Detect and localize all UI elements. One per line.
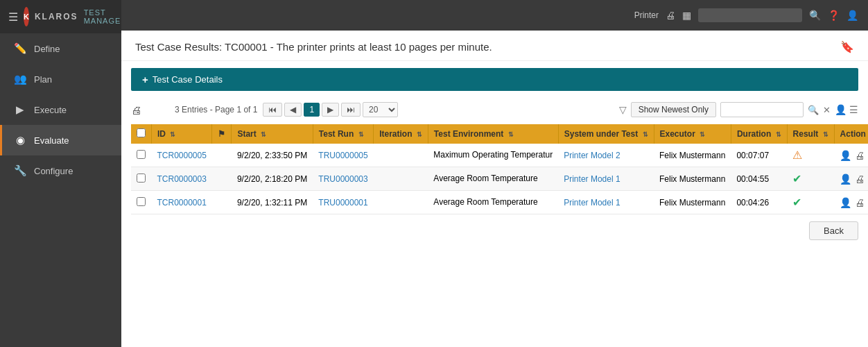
header-id[interactable]: ID ⇅ [152,124,212,144]
topbar: Printer 🖨 ▦ 🔍 ❓ 👤 [121,0,868,31]
row-result: ⚠ [787,144,834,167]
row-executor: Felix Mustermann [654,191,731,214]
header-duration[interactable]: Duration ⇅ [731,124,787,144]
user-action-icon[interactable]: 👤 [840,174,851,185]
header-iteration[interactable]: Iteration ⇅ [374,124,428,144]
id-link[interactable]: TCR0000003 [157,174,207,184]
row-system-under-test[interactable]: Printer Model 2 [558,144,654,167]
clear-search-icon[interactable]: ✕ [823,105,831,115]
row-flag [212,144,232,167]
row-checkbox-cell[interactable] [131,191,152,214]
row-action: 👤 🖨 🔍 [834,167,868,191]
sidebar-item-execute[interactable]: ▶ Execute [0,94,121,125]
user-action-icon[interactable]: 👤 [840,197,851,208]
logo-icon: K [24,7,29,26]
print-icon[interactable]: 🖨 [131,104,141,116]
print-action-icon[interactable]: 🖨 [855,150,865,161]
row-id[interactable]: TCR0000005 [152,144,212,167]
sidebar-item-plan[interactable]: 👥 Plan [0,64,121,94]
system-link[interactable]: Printer Model 2 [564,151,620,160]
filter-icon[interactable]: ▽ [619,104,627,115]
header-start[interactable]: Start ⇅ [232,124,313,144]
search-icon-small[interactable]: 🔍 [808,105,819,115]
print-action-icon[interactable]: 🖨 [855,197,865,208]
back-button[interactable]: Back [809,221,858,240]
back-area: Back [121,214,868,247]
row-id[interactable]: TCR0000001 [152,191,212,214]
row-test-run[interactable]: TRU0000001 [313,191,373,214]
table-search-input[interactable] [720,102,804,117]
table-header-row: ID ⇅ ⚑ Start ⇅ Test Run ⇅ Iteration ⇅ Te… [131,124,868,144]
sidebar-label-plan: Plan [34,74,52,85]
export-icons: 👤 ☰ [835,104,858,115]
row-id[interactable]: TCR0000003 [152,167,212,191]
row-result: ✔ [787,191,834,214]
sidebar-item-evaluate[interactable]: ◉ Evaluate [0,125,121,155]
header-result[interactable]: Result ⇅ [787,124,834,144]
row-checkbox[interactable] [137,150,146,159]
header-test-run[interactable]: Test Run ⇅ [313,124,373,144]
row-action: 👤 🖨 🔍 [834,191,868,214]
result-ok-icon: ✔ [792,173,801,185]
test-run-link[interactable]: TRU0000001 [318,198,367,208]
user-action-icon[interactable]: 👤 [840,150,851,161]
next-page-btn[interactable]: ▶ [322,103,339,117]
row-checkbox[interactable] [137,197,146,206]
topbar-search-input[interactable] [698,8,802,22]
sidebar-nav: ✏️ Define 👥 Plan ▶ Execute ◉ Evaluate 🔧 … [0,33,121,347]
header-checkbox[interactable] [131,124,152,144]
system-link[interactable]: Printer Model 1 [564,174,620,184]
per-page-select[interactable]: 20 50 100 [363,102,398,117]
help-icon[interactable]: ❓ [828,10,840,21]
row-checkbox[interactable] [137,174,146,183]
show-newest-btn[interactable]: Show Newest Only [631,102,716,117]
sidebar: ☰ K KLAROS TEST MANAGEMENT ✏️ Define 👥 P… [0,0,121,347]
sidebar-item-define[interactable]: ✏️ Define [0,33,121,64]
user-icon[interactable]: 👤 [847,10,858,21]
sidebar-item-configure[interactable]: 🔧 Configure [0,155,121,186]
bookmark-icon[interactable]: 🔖 [840,40,854,53]
row-duration: 00:07:07 [731,144,787,167]
execute-icon: ▶ [13,103,27,116]
row-system-under-test[interactable]: Printer Model 1 [558,167,654,191]
select-all-checkbox[interactable] [137,128,146,137]
test-run-link[interactable]: TRU0000003 [318,174,367,184]
system-link[interactable]: Printer Model 1 [564,198,620,208]
search-icon[interactable]: 🔍 [809,10,821,21]
header-flag[interactable]: ⚑ [212,124,232,144]
entries-text: 3 Entries - Page 1 of 1 [175,105,257,115]
last-page-btn[interactable]: ⏭ [341,103,361,117]
header-system-under-test[interactable]: System under Test ⇅ [558,124,654,144]
test-run-link[interactable]: TRU0000005 [318,151,367,160]
row-test-run[interactable]: TRU0000005 [313,144,373,167]
row-test-run[interactable]: TRU0000003 [313,167,373,191]
header-test-env[interactable]: Test Environment ⇅ [428,124,558,144]
row-flag [212,191,232,214]
grid-icon[interactable]: ▦ [682,10,691,21]
hamburger-icon[interactable]: ☰ [8,10,18,24]
prev-page-btn[interactable]: ◀ [284,103,302,117]
result-ok-icon: ✔ [792,196,801,208]
printer-icon[interactable]: 🖨 [666,10,675,21]
header-executor[interactable]: Executor ⇅ [654,124,731,144]
tc-details-bar[interactable]: + Test Case Details [131,68,858,91]
sidebar-label-execute: Execute [34,105,67,115]
row-system-under-test[interactable]: Printer Model 1 [558,191,654,214]
id-link[interactable]: TCR0000001 [157,198,207,208]
row-checkbox-cell[interactable] [131,144,152,167]
table-area: 🖨 3 Entries - Page 1 of 1 ⏮ ◀ 1 ▶ ⏭ 20 5… [121,98,868,214]
row-executor: Felix Mustermann [654,167,731,191]
sidebar-label-define: Define [34,44,60,54]
print-action-icon[interactable]: 🖨 [855,174,865,185]
columns-icon[interactable]: ☰ [849,104,858,115]
row-action: 👤 🖨 🔍 [834,144,868,167]
id-link[interactable]: TCR0000005 [157,151,207,160]
row-start: 9/2/20, 1:32:11 PM [232,191,313,214]
first-page-btn[interactable]: ⏮ [263,103,282,117]
current-page-btn[interactable]: 1 [304,103,320,117]
header-action: Action [834,124,868,144]
export-icon[interactable]: 👤 [835,104,847,115]
table-row: TCR0000001 9/2/20, 1:32:11 PM TRU0000001… [131,191,868,214]
sidebar-label-evaluate: Evaluate [34,135,69,146]
row-checkbox-cell[interactable] [131,167,152,191]
